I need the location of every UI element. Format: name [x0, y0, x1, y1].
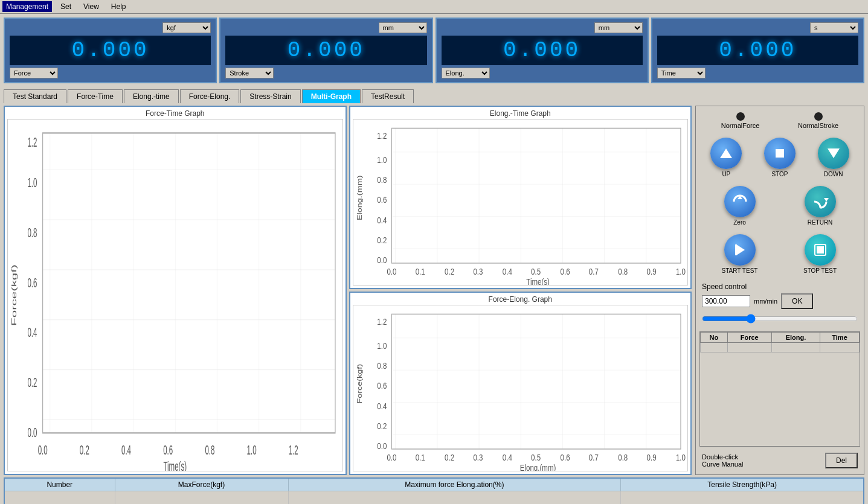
menu-view[interactable]: View — [80, 1, 103, 12]
result-table: Number MaxForce(kgf) Maximum force Elong… — [4, 477, 864, 504]
col-elong: Elong. — [771, 333, 820, 343]
stop-button[interactable]: STOP — [764, 138, 796, 177]
return-btn-circle[interactable] — [805, 186, 836, 217]
up-btn-circle[interactable] — [710, 138, 742, 169]
return-button[interactable]: RETURN — [805, 186, 836, 226]
display-time-label[interactable]: Time — [657, 68, 706, 78]
svg-marker-64 — [736, 244, 745, 255]
svg-text:0.2: 0.2 — [445, 266, 454, 276]
main-content: Force-Time Graph 0.0 0.2 0.4 0.6 0.8 1.0… — [0, 103, 868, 477]
down-button[interactable]: DOWN — [818, 138, 849, 177]
del-button[interactable]: Del — [825, 453, 858, 468]
svg-rect-60 — [776, 149, 784, 158]
display-force-screen: 0.000 — [10, 36, 211, 65]
svg-text:0.4: 0.4 — [502, 452, 512, 462]
menu-management[interactable]: Management — [2, 1, 52, 12]
up-button[interactable]: UP — [710, 138, 742, 177]
svg-text:0.9: 0.9 — [646, 452, 656, 462]
svg-text:0.8: 0.8 — [27, 225, 37, 240]
indicator-normal-force: NormalForce — [721, 112, 760, 129]
chart-elong-time-svg: 0.0 0.2 0.4 0.6 0.8 1.0 1.2 0.0 0.1 0.2 … — [353, 120, 688, 285]
start-test-btn-circle[interactable] — [724, 234, 756, 266]
menu-help[interactable]: Help — [108, 1, 130, 12]
chart-elong-time: Elong.-Time Graph 0.0 0.2 0.4 0.6 0.8 1.… — [349, 106, 692, 289]
menu-set[interactable]: Set — [57, 1, 75, 12]
display-elong: mmin 0.000 Elong. — [436, 18, 649, 83]
start-test-button[interactable]: START TEST — [722, 234, 758, 274]
display-force-value: 0.000 — [72, 38, 149, 63]
stop-test-btn-circle[interactable] — [805, 234, 836, 266]
stop-btn-label: STOP — [771, 171, 788, 177]
speed-control: Speed control mm/min OK — [699, 280, 860, 328]
result-col-elongation: Maximum force Elong.ation(%) — [288, 478, 621, 491]
display-stroke-label[interactable]: Stroke — [225, 68, 274, 78]
result-col-number: Number — [4, 478, 115, 491]
tab-multi-graph[interactable]: Multi-Graph — [302, 89, 361, 103]
indicator-normal-stroke: NormalStroke — [798, 112, 838, 129]
indicator-force-dot — [736, 112, 745, 121]
control-buttons-row3: START TEST STOP TEST — [699, 232, 860, 276]
svg-text:0.2: 0.2 — [377, 235, 387, 246]
svg-text:0.8: 0.8 — [618, 452, 628, 462]
svg-text:0.7: 0.7 — [588, 266, 598, 276]
stop-test-button[interactable]: STOP TEST — [803, 234, 837, 274]
svg-text:0.7: 0.7 — [588, 452, 598, 462]
zero-btn-circle[interactable] — [724, 186, 756, 217]
svg-text:1.0: 1.0 — [675, 452, 685, 462]
svg-text:0.2: 0.2 — [80, 442, 89, 458]
speed-slider[interactable] — [702, 314, 858, 324]
zero-button[interactable]: Zero — [724, 186, 756, 226]
tab-test-result[interactable]: TestResult — [362, 89, 414, 103]
menubar: Management Set View Help — [0, 0, 868, 14]
chart-force-time-title: Force-Time Graph — [7, 109, 343, 118]
display-force-unit[interactable]: kgfNlbf — [162, 22, 211, 33]
svg-text:0.0: 0.0 — [387, 266, 396, 276]
display-elong-value: 0.000 — [503, 38, 580, 63]
svg-text:1.2: 1.2 — [27, 135, 37, 150]
svg-text:0.6: 0.6 — [560, 266, 570, 276]
table-row — [701, 343, 860, 352]
display-time-unit[interactable]: smin — [810, 22, 858, 33]
chart-elong-time-area: 0.0 0.2 0.4 0.6 0.8 1.0 1.2 0.0 0.1 0.2 … — [353, 119, 689, 285]
speed-input[interactable] — [702, 295, 750, 307]
svg-text:0.8: 0.8 — [377, 175, 387, 185]
return-btn-label: RETURN — [808, 219, 833, 226]
svg-rect-17 — [391, 128, 681, 263]
stop-btn-circle[interactable] — [764, 138, 796, 169]
down-btn-circle[interactable] — [818, 138, 849, 169]
display-stroke-unit[interactable]: mmin — [379, 22, 427, 33]
speed-control-label: Speed control — [702, 282, 858, 291]
right-panel: NormalForce NormalStroke UP STOP — [695, 106, 864, 475]
display-elong-unit[interactable]: mmin — [594, 22, 643, 33]
svg-text:0.0: 0.0 — [377, 255, 387, 266]
indicator-stroke-dot — [814, 112, 823, 121]
svg-text:Elong.(mm): Elong.(mm) — [519, 463, 556, 471]
svg-text:0.2: 0.2 — [445, 452, 454, 462]
svg-text:1.0: 1.0 — [377, 155, 387, 165]
col-no: No — [701, 333, 728, 343]
tab-force-elong[interactable]: Force-Elong. — [180, 89, 240, 103]
col-force: Force — [727, 333, 771, 343]
tab-test-standard[interactable]: Test Standard — [4, 89, 66, 103]
svg-text:0.5: 0.5 — [531, 266, 541, 276]
display-stroke-value: 0.000 — [288, 38, 365, 63]
tab-force-time[interactable]: Force-Time — [68, 89, 123, 103]
displays-row: kgfNlbf 0.000 ForceStress mmin 0.000 Str… — [0, 14, 868, 87]
display-force: kgfNlbf 0.000 ForceStress — [4, 18, 217, 83]
chart-force-elong-area: 0.0 0.2 0.4 0.6 0.8 1.0 1.2 0.0 0.1 0.2 … — [353, 305, 689, 471]
svg-text:0.8: 0.8 — [205, 442, 214, 458]
chart-force-elong-svg: 0.0 0.2 0.4 0.6 0.8 1.0 1.2 0.0 0.1 0.2 … — [353, 305, 688, 471]
chart-force-elong: Force-Elong. Graph 0.0 0.2 0.4 0.6 0.8 1… — [349, 292, 692, 475]
svg-text:0.6: 0.6 — [560, 452, 570, 462]
control-buttons-row2: Zero RETURN — [699, 183, 860, 228]
svg-text:0.6: 0.6 — [377, 381, 387, 391]
speed-ok-button[interactable]: OK — [781, 293, 813, 309]
tabs-row: Test Standard Force-Time Elong.-time For… — [0, 87, 868, 103]
display-force-label[interactable]: ForceStress — [10, 68, 58, 78]
tab-stress-strain[interactable]: Stress-Strain — [240, 89, 300, 103]
svg-text:0.8: 0.8 — [377, 361, 387, 371]
svg-text:1.0: 1.0 — [27, 175, 37, 190]
chart-elong-time-title: Elong.-Time Graph — [353, 109, 689, 118]
tab-elong-time[interactable]: Elong.-time — [124, 89, 179, 103]
display-elong-label[interactable]: Elong. — [442, 68, 490, 78]
